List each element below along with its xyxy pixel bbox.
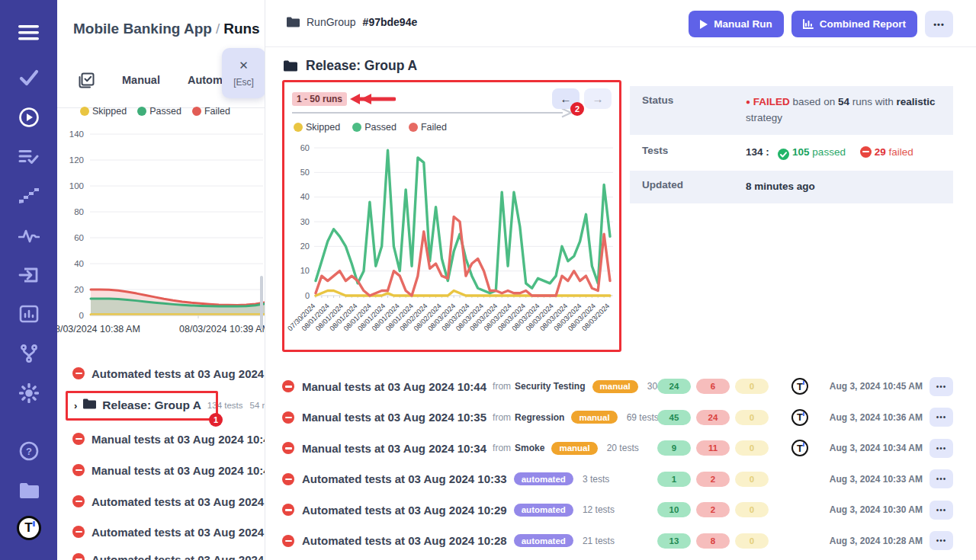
svg-text:60: 60 — [300, 143, 310, 152]
group-trend-panel: 1 - 50 runs ← → 2 SkippedPassedFailed 01… — [282, 80, 621, 352]
status-row: Status ● FAILED based on 54 runs with re… — [630, 86, 953, 135]
status-label: Status — [630, 86, 746, 135]
svg-text:40: 40 — [300, 192, 310, 201]
legend-dot-skipped — [294, 123, 303, 132]
legend-dot-failed — [409, 123, 418, 132]
reporter-logo-icon: T — [791, 378, 808, 395]
run-title: Automated tests at 03 Aug 2024 10:28 — [302, 534, 507, 547]
branch-icon[interactable] — [0, 341, 57, 366]
row-more-button[interactable]: ••• — [929, 501, 953, 520]
failed-minus-icon — [860, 146, 872, 158]
runs-range-label: 1 - 50 runs — [292, 92, 347, 106]
run-row[interactable]: Automated tests at 03 Aug 2024 10:33auto… — [282, 464, 953, 495]
runs-panel: Mobile Banking App/Runs Manual Automated… — [57, 0, 265, 560]
run-row[interactable]: Manual tests at 03 Aug 2024 10:44fromSec… — [282, 371, 953, 402]
source-suite: Smoke — [515, 443, 544, 453]
row-more-button[interactable]: ••• — [929, 408, 953, 427]
run-list-item[interactable]: Automated tests at 03 Aug 2024 10 — [72, 491, 265, 512]
group-list-item[interactable]: ›Release: Group A134 tests54 runs — [74, 395, 265, 416]
run-row[interactable]: Manual tests at 03 Aug 2024 10:35fromReg… — [282, 402, 953, 434]
legend-dot-skipped — [80, 107, 89, 116]
menu-icon[interactable] — [0, 20, 57, 46]
manual-run-button[interactable]: Manual Run — [689, 11, 784, 37]
header-more-button[interactable]: ••• — [925, 11, 953, 37]
result-pills: 45240 — [657, 410, 769, 425]
run-timestamp: Aug 3, 2024 10:36 AM — [830, 412, 923, 423]
legend-item: Failed — [192, 106, 230, 117]
row-more-button[interactable]: ••• — [929, 439, 953, 458]
group-title: Release: Group A — [102, 398, 201, 412]
run-type-badge: automated — [514, 472, 573, 485]
run-title: Manual tests at 03 Aug 2024 10:43 — [92, 433, 265, 446]
combined-report-button[interactable]: Combined Report — [791, 11, 917, 37]
svg-text:30: 30 — [300, 217, 310, 226]
run-list-item[interactable]: Manual tests at 03 Aug 2024 10:42 — [72, 459, 265, 481]
annotation-badge-2: 2 — [570, 102, 584, 116]
play-circle-icon[interactable] — [0, 104, 57, 130]
bar-chart-icon[interactable] — [0, 301, 57, 327]
run-timestamp: Aug 3, 2024 10:45 AM — [830, 381, 923, 392]
legend-label: Failed — [204, 106, 230, 117]
svg-text:08/03/2024 10:39 AM: 08/03/2024 10:39 AM — [179, 324, 265, 334]
check-icon[interactable] — [0, 65, 57, 91]
run-timestamp: Aug 3, 2024 10:34 AM — [830, 443, 923, 453]
skipped-pill: 0 — [735, 440, 769, 456]
skipped-pill: 0 — [735, 533, 769, 549]
app-logo[interactable]: T — [0, 515, 57, 541]
close-panel-button[interactable]: ✕ [Esc] — [222, 48, 265, 98]
close-icon[interactable]: ✕ — [239, 59, 249, 72]
run-list-item[interactable]: Automated tests at 03 Aug 2024 10 — [72, 521, 265, 542]
import-icon[interactable] — [0, 262, 57, 288]
legend-item: Skipped — [80, 106, 127, 117]
status-panel: Status ● FAILED based on 54 runs with re… — [630, 86, 953, 205]
gear-icon[interactable] — [0, 380, 57, 406]
breadcrumb: Mobile Banking App/Runs — [73, 21, 260, 37]
failed-status-icon — [282, 442, 294, 454]
run-timestamp: Aug 3, 2024 10:30 AM — [830, 504, 923, 515]
failed-status-icon — [282, 380, 294, 392]
help-icon[interactable]: ? — [0, 438, 57, 464]
panel-scrollbar[interactable] — [260, 276, 263, 329]
run-title: Automated tests at 03 Aug 2024 10 — [92, 526, 265, 539]
play-icon — [700, 20, 708, 29]
folder-icon[interactable] — [0, 477, 57, 503]
failed-status-icon — [72, 433, 85, 445]
run-list-item[interactable]: Manual tests at 03 Aug 2024 10:43 — [72, 428, 265, 450]
tests-value: 134 : 105 passed 29 failed — [746, 136, 953, 169]
row-more-button[interactable]: ••• — [929, 377, 953, 396]
activity-icon[interactable] — [0, 222, 57, 248]
tests-count: 20 tests — [607, 443, 639, 453]
list-check-icon[interactable] — [0, 144, 57, 170]
tab-manual[interactable]: Manual — [122, 74, 160, 86]
passed-check-icon — [778, 149, 789, 160]
multiselect-icon[interactable] — [79, 72, 95, 88]
mini-chart-legend: SkippedPassedFailed — [80, 106, 230, 117]
passed-pill: 10 — [657, 502, 691, 517]
legend-label: Passed — [364, 122, 396, 133]
run-row[interactable]: Automated tests at 03 Aug 2024 10:28auto… — [282, 526, 953, 557]
svg-text:20: 20 — [74, 285, 84, 294]
run-title: Manual tests at 03 Aug 2024 10:35 — [302, 411, 486, 424]
row-more-button[interactable]: ••• — [929, 531, 953, 550]
run-type-badge: manual — [571, 411, 617, 424]
failed-pill: 6 — [696, 379, 730, 394]
stairs-icon[interactable] — [0, 183, 57, 209]
svg-text:0: 0 — [79, 311, 84, 320]
run-row[interactable]: Manual tests at 03 Aug 2024 10:34fromSmo… — [282, 433, 953, 464]
run-list-item[interactable]: Automated tests at 03 Aug 2024 10 — [72, 363, 265, 384]
main-chart-legend: SkippedPassedFailed — [294, 122, 447, 133]
breadcrumb-project[interactable]: Mobile Banking App — [73, 21, 212, 37]
chevron-right-icon[interactable]: › — [74, 400, 77, 411]
passed-pill: 24 — [657, 379, 691, 394]
group-runs-count: 54 runs — [250, 401, 265, 410]
result-pills: 9110 — [657, 440, 769, 456]
next-page-button[interactable]: → — [584, 88, 612, 109]
source-suite: Security Testing — [515, 381, 585, 392]
annotation-arrow — [348, 93, 396, 105]
run-row[interactable]: Automated tests at 03 Aug 2024 10:29auto… — [282, 494, 953, 526]
skipped-pill: 0 — [735, 379, 769, 394]
run-list-item[interactable]: Automated tests at 03 Aug 2024 10 — [72, 549, 265, 560]
skipped-pill: 0 — [735, 410, 769, 425]
group-run-rows: Manual tests at 03 Aug 2024 10:44fromSec… — [282, 371, 953, 556]
row-more-button[interactable]: ••• — [929, 469, 953, 488]
